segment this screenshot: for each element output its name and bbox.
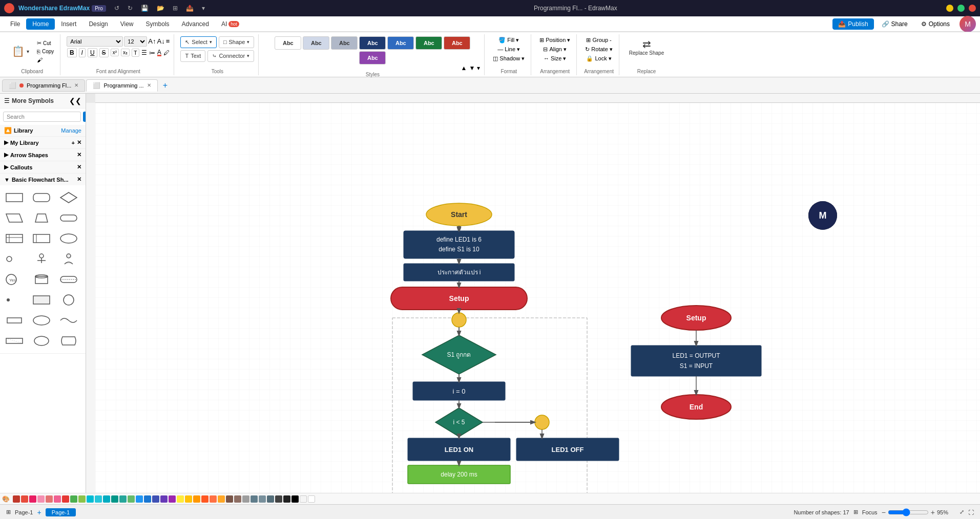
menu-design[interactable]: Design	[82, 18, 114, 30]
shape-stadium[interactable]	[57, 209, 80, 227]
style-swatch-4[interactable]: Abc	[359, 36, 386, 50]
color-swatch[interactable]	[13, 495, 20, 503]
shape-btn[interactable]: □ Shape ▾	[219, 36, 254, 48]
color-swatch[interactable]	[152, 495, 159, 503]
styles-expand[interactable]: ▾	[477, 64, 480, 72]
select-btn[interactable]: ↖ Select ▾	[180, 36, 217, 48]
position-btn[interactable]: ⊞ Position ▾	[537, 36, 572, 44]
italic-btn[interactable]: I	[79, 48, 86, 57]
color-swatch[interactable]	[37, 495, 45, 503]
doc-tab-1[interactable]: ⬜ Programming Fl... ✕	[2, 79, 85, 92]
color-swatch[interactable]	[210, 495, 217, 503]
shape-data[interactable]	[30, 229, 53, 248]
minimize-btn[interactable]	[946, 5, 953, 12]
shape-internal-storage[interactable]	[3, 229, 26, 248]
shape-ellipse[interactable]	[30, 311, 53, 330]
shape-wave[interactable]	[57, 311, 80, 330]
shape-cylinder[interactable]	[30, 270, 53, 289]
maximize-btn[interactable]	[957, 5, 965, 12]
shape-connector-dot[interactable]	[3, 291, 26, 309]
my-library-close-btn[interactable]: ✕	[77, 139, 81, 146]
copy-btn[interactable]: ⎘Copy	[35, 48, 56, 55]
style-swatch-1[interactable]: Abc	[275, 36, 301, 50]
font-color-btn[interactable]: A	[157, 49, 161, 56]
color-swatch[interactable]	[54, 495, 61, 503]
menu-insert[interactable]: Insert	[55, 18, 82, 30]
shape-diamond[interactable]	[57, 188, 80, 207]
template-btn[interactable]: ⊞	[173, 5, 178, 12]
color-swatch[interactable]	[29, 495, 36, 503]
color-swatch[interactable]	[103, 495, 110, 503]
group-btn[interactable]: ⊞ Group -	[584, 36, 613, 44]
numbered-list-btn[interactable]: ≔	[149, 49, 155, 56]
open-btn[interactable]: 📂	[157, 5, 164, 12]
highlight-btn[interactable]: 🖊	[163, 49, 170, 56]
color-swatch[interactable]	[136, 495, 143, 503]
color-picker-icon[interactable]: 🎨	[2, 495, 10, 503]
color-swatch[interactable]	[251, 495, 258, 503]
underline-btn[interactable]: U	[88, 48, 97, 57]
menu-view[interactable]: View	[114, 18, 140, 30]
color-swatch[interactable]	[160, 495, 168, 503]
color-swatch[interactable]	[308, 495, 315, 503]
shape-oval[interactable]	[57, 229, 80, 248]
manage-btn[interactable]: Manage	[61, 127, 81, 134]
color-swatch[interactable]	[144, 495, 151, 503]
menu-symbols[interactable]: Symbols	[140, 18, 176, 30]
search-input[interactable]	[3, 112, 81, 122]
color-swatch[interactable]	[283, 495, 290, 503]
fill-btn[interactable]: 🪣 Fill ▾	[496, 36, 521, 44]
save-btn[interactable]: 💾	[141, 5, 149, 12]
color-swatch[interactable]	[177, 495, 184, 503]
layer-icon[interactable]: ⊞	[853, 509, 858, 515]
undo-btn[interactable]: ↺	[114, 5, 119, 12]
style-swatch-5[interactable]: Abc	[387, 36, 414, 50]
export-btn[interactable]: 📤	[186, 5, 194, 12]
shape-flag[interactable]	[57, 332, 80, 350]
fullscreen-btn[interactable]: ⛶	[968, 509, 974, 515]
paste-btn[interactable]: 📋 ▾	[8, 44, 33, 59]
connector1-node[interactable]	[452, 313, 466, 327]
panel-menu-icon[interactable]: ☰	[4, 97, 10, 104]
shape-curved-rect[interactable]	[57, 270, 80, 289]
library-header[interactable]: 🔼 Library	[4, 127, 33, 134]
page-tab-1[interactable]: Page-1	[46, 508, 76, 516]
style-swatch-6[interactable]: Abc	[415, 36, 442, 50]
tab-close-1[interactable]: ✕	[74, 82, 78, 88]
color-swatch[interactable]	[226, 495, 233, 503]
tab-close-2[interactable]: ✕	[147, 82, 151, 88]
color-swatch[interactable]	[201, 495, 208, 503]
color-swatch[interactable]	[128, 495, 135, 503]
color-swatch[interactable]	[78, 495, 86, 503]
connector-btn[interactable]: ⤷ Connector ▾	[207, 50, 254, 62]
panel-collapse-btn[interactable]: ❮❮	[69, 97, 81, 105]
color-swatch[interactable]	[70, 495, 77, 503]
text-format-btn[interactable]: T	[132, 49, 139, 57]
color-swatch[interactable]	[46, 495, 53, 503]
zoom-slider[interactable]	[888, 508, 929, 516]
new-tab-btn[interactable]: +	[159, 79, 172, 92]
basic-flowchart-close-btn[interactable]: ✕	[77, 176, 81, 183]
replace-shape-btn[interactable]: ⇄ Replace Shape	[625, 36, 668, 57]
style-swatch-7[interactable]: Abc	[444, 36, 470, 50]
led1-config-node[interactable]	[631, 345, 761, 376]
close-btn[interactable]	[969, 5, 976, 12]
align-left-btn[interactable]: ≡	[166, 37, 170, 45]
menu-file[interactable]: File	[4, 18, 26, 30]
flowchart-svg[interactable]: Start define LED1 is 6 define S1 is 10 ป…	[95, 103, 980, 493]
shape-person2[interactable]	[57, 250, 80, 268]
canvas-area[interactable]: // ruler ticks will be drawn via inline …	[86, 94, 980, 493]
color-swatch[interactable]	[62, 495, 69, 503]
color-swatch[interactable]	[259, 495, 266, 503]
font-family-select[interactable]: Arial	[67, 36, 123, 47]
doc-tab-2[interactable]: ⬜ Programming ... ✕	[86, 79, 157, 92]
menu-ai[interactable]: AI hot	[215, 18, 245, 30]
canvas-content[interactable]: Start define LED1 is 6 define S1 is 10 ป…	[95, 103, 980, 493]
shape-circle-hollow[interactable]	[57, 291, 80, 309]
layout-toggle[interactable]: ⊞	[6, 509, 11, 515]
color-swatch[interactable]	[95, 495, 102, 503]
callouts-close-btn[interactable]: ✕	[77, 164, 81, 170]
superscript-btn[interactable]: x²	[111, 49, 119, 56]
connector2-node[interactable]	[535, 415, 549, 429]
color-swatch[interactable]	[111, 495, 118, 503]
